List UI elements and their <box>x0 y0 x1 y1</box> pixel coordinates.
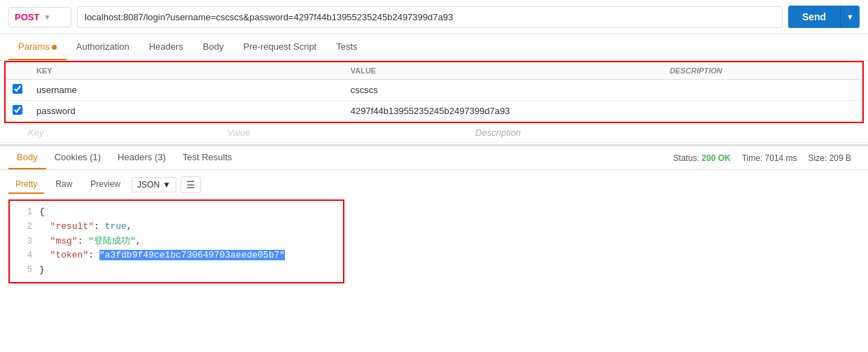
json-key: "msg" <box>50 236 78 246</box>
row2-key: password <box>29 101 344 122</box>
placeholder-value: Value <box>220 123 468 143</box>
tab-pre-request-script[interactable]: Pre-request Script <box>233 34 326 60</box>
placeholder-row: Key Value Description <box>0 123 868 143</box>
params-dot <box>52 45 57 50</box>
line-number: 3 <box>13 235 32 248</box>
json-line-5: 5 } <box>13 263 340 278</box>
wrap-icon[interactable]: ☰ <box>181 176 201 193</box>
json-value: true <box>105 221 127 232</box>
row2-checkbox-cell <box>6 101 29 122</box>
json-code-outline: 1 { 2 "result": true, 3 "msg": "登陆成功", 4… <box>8 199 344 283</box>
placeholder-desc: Description <box>468 123 868 143</box>
response-tab-body[interactable]: Body <box>8 146 46 169</box>
status-label: Status: 200 OK <box>673 153 731 163</box>
line-number: 5 <box>13 264 32 277</box>
json-key: "token" <box>50 250 89 260</box>
response-tab-cookies[interactable]: Cookies (1) <box>46 146 109 169</box>
table-row: password 4297f44b13955235245b2497399d7a9… <box>6 101 862 122</box>
table-row: username cscscs <box>6 80 862 101</box>
params-placeholder-table: Key Value Description <box>0 123 868 143</box>
body-tab-pretty[interactable]: Pretty <box>8 176 44 194</box>
tab-headers[interactable]: Headers <box>139 34 193 60</box>
response-tab-test-results[interactable]: Test Results <box>174 146 241 169</box>
body-tab-preview[interactable]: Preview <box>83 176 127 194</box>
top-bar: POST ▼ Send ▼ <box>0 0 868 34</box>
params-section: KEY VALUE DESCRIPTION username cscscs <box>0 61 868 143</box>
row1-checkbox[interactable] <box>13 84 22 94</box>
tab-body[interactable]: Body <box>193 34 234 60</box>
row2-checkbox[interactable] <box>13 105 22 115</box>
body-viewer: Pretty Raw Preview JSON ▼ ☰ 1 { 2 "resul… <box>0 170 868 289</box>
row2-desc <box>663 101 862 122</box>
json-key: "result" <box>50 221 94 232</box>
tab-params[interactable]: Params <box>8 34 66 60</box>
send-dropdown-button[interactable]: ▼ <box>840 6 860 28</box>
url-input[interactable] <box>77 6 783 28</box>
json-value: "登陆成功" <box>88 236 136 246</box>
row2-value: 4297f44b13955235245b2497399d7a93 <box>344 101 663 122</box>
send-button[interactable]: Send <box>788 6 840 28</box>
json-token-value: "a3fdb9f49ce1bc730649703aeede05b7" <box>99 250 285 260</box>
row1-key: username <box>29 80 344 101</box>
placeholder-check-cell <box>0 123 21 143</box>
size-value: 209 B <box>830 153 851 163</box>
col-header-check <box>6 62 29 80</box>
col-header-desc: DESCRIPTION <box>663 62 862 80</box>
status-value: 200 OK <box>701 153 730 163</box>
response-tab-headers[interactable]: Headers (3) <box>109 146 174 169</box>
row1-value: cscscs <box>344 80 663 101</box>
format-chevron-icon: ▼ <box>162 180 171 190</box>
response-status: Status: 200 OK Time: 7014 ms Size: 209 B <box>673 153 860 163</box>
body-toolbar: Pretty Raw Preview JSON ▼ ☰ <box>8 176 860 194</box>
tab-authorization[interactable]: Authorization <box>66 34 139 60</box>
line-number: 4 <box>13 249 32 262</box>
method-chevron-icon: ▼ <box>43 13 50 21</box>
params-outline: KEY VALUE DESCRIPTION username cscscs <box>4 61 864 123</box>
line-number: 1 <box>13 206 32 219</box>
method-select[interactable]: POST ▼ <box>8 7 71 27</box>
json-line-1: 1 { <box>13 205 340 220</box>
placeholder-key[interactable]: Key <box>21 123 220 143</box>
json-code: 1 { 2 "result": true, 3 "msg": "登陆成功", 4… <box>10 201 343 282</box>
col-header-value: VALUE <box>344 62 663 80</box>
json-line-4: 4 "token": "a3fdb9f49ce1bc730649703aeede… <box>13 248 340 263</box>
request-tabs-row: Params Authorization Headers Body Pre-re… <box>0 34 868 61</box>
tab-tests[interactable]: Tests <box>326 34 367 60</box>
json-line-2: 2 "result": true, <box>13 220 340 234</box>
time-value: 7014 ms <box>765 153 797 163</box>
body-tab-raw[interactable]: Raw <box>48 176 79 194</box>
response-tabs-row: Body Cookies (1) Headers (3) Test Result… <box>0 146 868 170</box>
json-line-3: 3 "msg": "登陆成功", <box>13 234 340 249</box>
send-btn-group: Send ▼ <box>788 6 860 28</box>
method-label: POST <box>15 12 39 22</box>
row1-checkbox-cell <box>6 80 29 101</box>
time-label: Time: 7014 ms <box>742 153 797 163</box>
format-label: JSON <box>137 180 160 190</box>
params-table: KEY VALUE DESCRIPTION username cscscs <box>6 62 862 122</box>
format-select[interactable]: JSON ▼ <box>132 177 176 192</box>
line-number: 2 <box>13 220 32 234</box>
response-section: Body Cookies (1) Headers (3) Test Result… <box>0 144 868 289</box>
size-label: Size: 209 B <box>808 153 851 163</box>
row1-desc <box>663 80 862 101</box>
col-header-key: KEY <box>29 62 344 80</box>
